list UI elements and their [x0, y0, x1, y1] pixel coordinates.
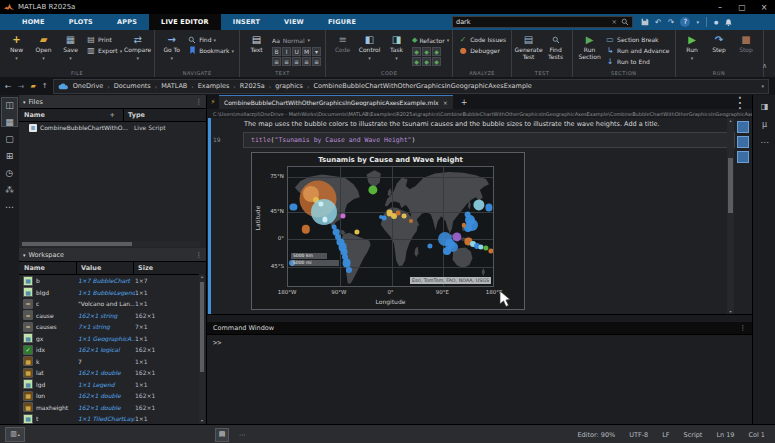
output-thumbnail-0[interactable] — [737, 121, 749, 133]
rich-text-paragraph[interactable]: The map uses the bubble colors to illust… — [244, 120, 728, 128]
control-button[interactable]: ◧Control▾ — [356, 33, 383, 61]
new-folder-icon[interactable]: ▰ — [30, 82, 35, 90]
run-button[interactable]: ▶Run▾ — [679, 33, 706, 61]
align-button-3[interactable]: ≡ — [302, 57, 311, 66]
format-i-button[interactable]: I — [282, 47, 291, 56]
task-button[interactable]: ◨Task▾ — [383, 33, 410, 61]
refactor-button[interactable]: ◆Refactor▾ — [412, 34, 449, 46]
go-to-button[interactable]: →Go To▾ — [158, 33, 185, 61]
breadcrumb[interactable]: OneDrive›Documents›MATLAB›Examples›R2025… — [53, 79, 769, 94]
workspace-row-blgd[interactable]: ▦blgd1×1 BubbleLegend1×1 — [19, 287, 206, 299]
code-button[interactable]: ≡Code — [329, 33, 356, 54]
status-item-3[interactable]: Script — [684, 431, 703, 439]
workspace-row-c[interactable]: =c"Volcano and Lan...1×1 — [19, 298, 206, 310]
format-m-button[interactable]: M — [302, 47, 311, 56]
help-caret-icon[interactable]: ▾ — [696, 19, 699, 25]
format-b-button[interactable]: B — [272, 47, 281, 56]
breadcrumb-item-6[interactable]: CombineBubbleChartWithOtherGraphicsInGeo… — [313, 82, 531, 90]
status-item-0[interactable]: Editor: 90% — [577, 431, 615, 439]
editor-actions-icon[interactable]: ⚡ — [207, 99, 219, 106]
status-more-icon[interactable]: ⋯ — [239, 431, 246, 439]
code-line[interactable]: title("Tsunamis by Cause and Wave Height… — [243, 132, 735, 148]
ribbon-collapse-icon[interactable]: ∧ — [762, 62, 767, 70]
workspace-row-gx[interactable]: ▦gx1×1 GeographicA...1×1 — [19, 333, 206, 345]
files-sort-icon[interactable]: + — [110, 111, 115, 119]
code-tool-icon-4[interactable]: ◆ — [422, 57, 431, 66]
files-panel-header[interactable]: ▾ Files ⋮ — [19, 95, 206, 109]
community-panel-icon[interactable]: ⁂ — [2, 183, 17, 197]
forward-icon[interactable]: → — [18, 82, 25, 91]
plots-panel-icon[interactable]: ⊞ — [2, 149, 17, 163]
figure-output[interactable]: Tsunamis by Cause and Wave Height — [251, 152, 525, 310]
code-tool-icon-5[interactable]: ◆ — [432, 57, 441, 66]
theme-dot-icon[interactable]: ● — [714, 19, 718, 25]
files-menu-icon[interactable]: ⋮ — [196, 98, 203, 106]
maximize-button[interactable]: ▢ — [731, 0, 753, 14]
doc-search-box[interactable]: dark × — [452, 16, 633, 28]
menu-tab-live-editor[interactable]: LIVE EDITOR — [149, 14, 221, 30]
panel-toggle-icon[interactable]: ▥▴ — [5, 427, 25, 442]
breadcrumb-item-0[interactable]: OneDrive — [73, 82, 104, 90]
command-window-menu-icon[interactable]: ⋮ — [740, 324, 747, 332]
workspace-row-t[interactable]: ▦t1×1 TiledChartLay...1×1 — [19, 413, 206, 425]
files-panel-icon[interactable]: ◫ — [2, 98, 17, 112]
redo-icon[interactable]: ↷ — [668, 18, 675, 27]
command-window[interactable]: >> — [207, 335, 752, 424]
document-status-icon[interactable]: ▤ — [215, 428, 229, 442]
step-button[interactable]: ↷Step — [706, 33, 733, 54]
search-icon[interactable] — [621, 18, 629, 26]
editor-tab[interactable]: CombineBubbleChartWithOtherGraphicsInGeo… — [219, 95, 453, 109]
run-and-advance-button[interactable]: ↳Run and Advance — [605, 45, 669, 56]
find-button[interactable]: Find▾ — [187, 34, 234, 45]
stop-button[interactable]: ■Stop — [733, 33, 760, 54]
format-more-button[interactable]: ▾ — [312, 47, 321, 56]
history-panel-icon[interactable]: ◷ — [2, 166, 17, 180]
up-folder-icon[interactable]: ↑ — [42, 82, 48, 90]
file-row[interactable]: ≣CombineBubbleChartWithO...Live Script — [19, 122, 206, 134]
breadcrumb-item-5[interactable]: graphics — [275, 82, 303, 90]
ws-col-name[interactable]: Name — [24, 264, 76, 272]
align-button-1[interactable]: ≡ — [282, 57, 291, 66]
find-button[interactable]: Find Tests — [542, 33, 569, 61]
undo-icon[interactable]: ↶ — [655, 18, 662, 27]
variables-panel-icon[interactable]: ▢ — [2, 132, 17, 146]
status-item-2[interactable]: LF — [662, 431, 669, 439]
workspace-row-k[interactable]: ▦k71×1 — [19, 356, 206, 368]
workspace-row-idx[interactable]: ✓idx162×1 logical162×1 — [19, 344, 206, 356]
debugger-button[interactable]: ●Debugger — [458, 45, 506, 56]
code-tool-icon-1[interactable]: ◆ — [422, 47, 431, 56]
profiler-icon[interactable]: µ — [756, 117, 773, 131]
files-column-header[interactable]: Name + Type — [19, 109, 206, 122]
workspace-row-lat[interactable]: ▦lat162×1 double162×1 — [19, 367, 206, 379]
back-icon[interactable]: ← — [5, 82, 12, 91]
menu-tab-apps[interactable]: APPS — [105, 14, 149, 30]
files-collapse-icon[interactable]: ▾ — [23, 99, 26, 105]
open-button[interactable]: ▰Open▾ — [30, 33, 57, 61]
breadcrumb-item-3[interactable]: Examples — [198, 82, 230, 90]
export-button[interactable]: ▥Export▾ — [86, 45, 122, 56]
menu-tab-home[interactable]: HOME — [10, 14, 57, 30]
ws-col-value[interactable]: Value — [81, 264, 133, 272]
status-item-5[interactable]: Col 1 — [748, 431, 765, 439]
output-thumbnail-2[interactable] — [737, 151, 749, 163]
workspace-collapse-icon[interactable]: ▾ — [23, 252, 26, 258]
more-panels-icon[interactable]: ⋯ — [2, 200, 17, 214]
search-clear-icon[interactable]: × — [612, 18, 617, 26]
live-editor-canvas[interactable]: The map uses the bubble colors to illust… — [207, 118, 752, 314]
status-item-4[interactable]: Ln 19 — [716, 431, 734, 439]
compare-button[interactable]: ⇄Compare▾ — [124, 33, 151, 61]
menu-tab-figure[interactable]: FIGURE — [316, 14, 368, 30]
align-button-4[interactable]: ≡ — [312, 57, 321, 66]
address-dropdown-icon[interactable]: ▾ — [761, 83, 764, 89]
notifications-bell-icon[interactable] — [724, 18, 733, 27]
breadcrumb-item-2[interactable]: MATLAB — [161, 82, 187, 90]
menu-tab-insert[interactable]: INSERT — [221, 14, 272, 30]
minimize-button[interactable]: – — [709, 0, 731, 14]
generate-button[interactable]: ▤Generate Test — [515, 33, 542, 61]
files-col-type[interactable]: Type — [128, 111, 206, 119]
tab-close-icon[interactable]: × — [443, 99, 448, 106]
output-thumbnail-1[interactable] — [737, 136, 749, 148]
more-tools-icon[interactable]: ⋯ — [756, 135, 773, 149]
text-button[interactable]: ▤Text — [243, 33, 270, 54]
run-to-end-button[interactable]: ↓Run to End — [605, 56, 669, 67]
